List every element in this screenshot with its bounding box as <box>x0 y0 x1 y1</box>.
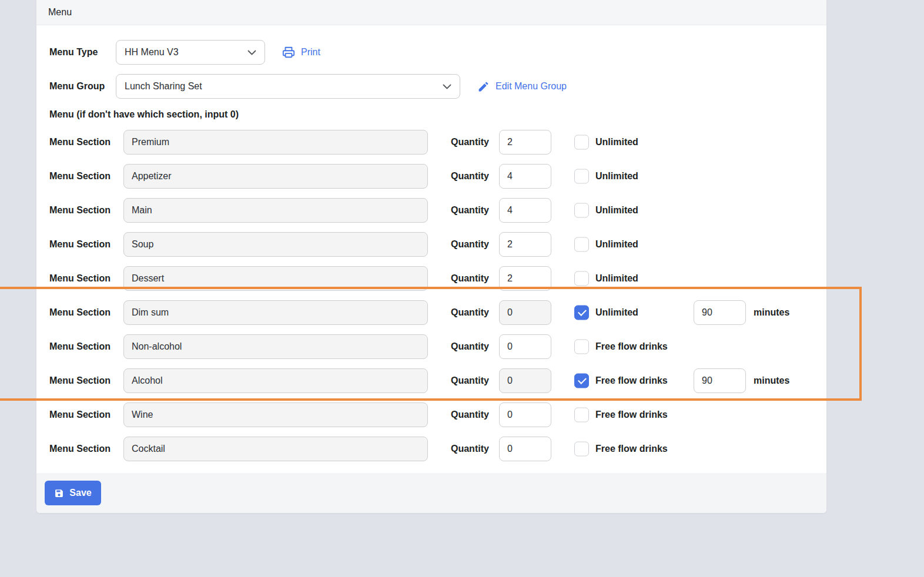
panel-body: Menu Type HH Menu V3 Print Menu Group Lu… <box>36 25 826 466</box>
edit-menu-group-button[interactable]: Edit Menu Group <box>477 74 567 99</box>
menu-section-label: Menu Section <box>49 239 111 250</box>
save-label: Save <box>69 488 91 498</box>
quantity-label: Quantity <box>451 375 489 386</box>
checkbox-label: Free flow drinks <box>595 410 668 420</box>
quantity-input[interactable] <box>499 437 551 461</box>
save-icon <box>54 488 64 498</box>
unlimited-checkbox[interactable] <box>574 169 589 184</box>
menu-section-label: Menu Section <box>49 375 111 386</box>
unlimited-checkbox[interactable] <box>574 237 589 252</box>
menu-section-label: Menu Section <box>49 410 111 420</box>
quantity-input[interactable] <box>499 300 551 325</box>
quantity-input[interactable] <box>499 266 551 291</box>
menu-group-select[interactable]: Lunch Sharing Set <box>116 74 460 99</box>
quantity-label: Quantity <box>451 239 489 250</box>
quantity-label: Quantity <box>451 307 489 318</box>
menu-type-select[interactable]: HH Menu V3 <box>116 40 265 65</box>
menu-type-row: Menu Type HH Menu V3 Print <box>36 40 826 65</box>
free-flow-drinks-checkbox[interactable] <box>574 408 589 422</box>
menu-section-input[interactable] <box>123 130 428 155</box>
menu-section-row: Menu Section Quantity Unlimited <box>36 261 826 296</box>
checkbox-label: Unlimited <box>595 239 638 250</box>
menu-section-label: Menu Section <box>49 444 111 454</box>
unlimited-checkbox[interactable] <box>574 135 589 150</box>
quantity-input[interactable] <box>499 130 551 155</box>
page-title: Menu <box>48 7 72 18</box>
checkbox-label: Free flow drinks <box>595 341 668 352</box>
menu-type-label: Menu Type <box>49 47 98 58</box>
minutes-label: minutes <box>754 375 789 386</box>
print-label: Print <box>301 47 320 58</box>
quantity-label: Quantity <box>451 410 489 420</box>
menu-section-row: Menu Section Quantity Free flow drinks m… <box>36 364 826 398</box>
menu-section-input[interactable] <box>123 198 428 223</box>
menu-section-input[interactable] <box>123 300 428 325</box>
menu-section-row: Menu Section Quantity Unlimited <box>36 125 826 159</box>
minutes-input[interactable] <box>694 368 746 393</box>
menu-section-input[interactable] <box>123 402 428 427</box>
menu-section-row: Menu Section Quantity Unlimited <box>36 159 826 193</box>
menu-section-label: Menu Section <box>49 205 111 216</box>
menu-section-input[interactable] <box>123 334 428 359</box>
minutes-label: minutes <box>754 307 789 318</box>
menu-section-label: Menu Section <box>49 273 111 284</box>
menu-type-value: HH Menu V3 <box>125 47 179 58</box>
chevron-down-icon <box>247 50 256 55</box>
minutes-input[interactable] <box>694 300 746 325</box>
menu-section-input[interactable] <box>123 368 428 393</box>
quantity-label: Quantity <box>451 205 489 216</box>
quantity-label: Quantity <box>451 273 489 284</box>
quantity-label: Quantity <box>451 341 489 352</box>
checkbox-label: Unlimited <box>595 273 638 284</box>
panel-header: Menu <box>36 0 826 25</box>
menu-section-row: Menu Section Quantity Free flow drinks <box>36 330 826 364</box>
menu-section-input[interactable] <box>123 232 428 257</box>
menu-section-label: Menu Section <box>49 341 111 352</box>
quantity-input[interactable] <box>499 402 551 427</box>
quantity-input[interactable] <box>499 198 551 223</box>
save-button[interactable]: Save <box>45 481 101 505</box>
menu-sections-list: Menu Section Quantity Unlimited Menu Sec… <box>36 125 826 466</box>
quantity-label: Quantity <box>451 444 489 454</box>
panel-footer: Save <box>36 473 826 513</box>
menu-section-row: Menu Section Quantity Free flow drinks <box>36 432 826 466</box>
chevron-down-icon <box>443 84 451 89</box>
menu-sections-heading: Menu (if don't have which section, input… <box>49 109 826 120</box>
menu-section-label: Menu Section <box>49 137 111 147</box>
printer-icon <box>282 46 295 59</box>
unlimited-checkbox[interactable] <box>574 203 589 218</box>
quantity-label: Quantity <box>451 137 489 147</box>
menu-section-label: Menu Section <box>49 307 111 318</box>
checkbox-label: Free flow drinks <box>595 375 668 386</box>
unlimited-checkbox[interactable] <box>574 306 589 320</box>
checkbox-label: Unlimited <box>595 205 638 216</box>
checkbox-label: Unlimited <box>595 307 638 318</box>
edit-menu-group-label: Edit Menu Group <box>496 81 567 92</box>
quantity-input[interactable] <box>499 334 551 359</box>
unlimited-checkbox[interactable] <box>574 271 589 286</box>
free-flow-drinks-checkbox[interactable] <box>574 374 589 388</box>
print-button[interactable]: Print <box>282 40 320 65</box>
menu-group-label: Menu Group <box>49 81 105 92</box>
menu-group-value: Lunch Sharing Set <box>125 81 202 92</box>
menu-section-row: Menu Section Quantity Unlimited <box>36 193 826 227</box>
menu-panel: Menu Menu Type HH Menu V3 Print Menu Gro… <box>36 0 826 513</box>
menu-section-input[interactable] <box>123 437 428 461</box>
menu-section-row: Menu Section Quantity Unlimited <box>36 227 826 261</box>
quantity-input[interactable] <box>499 368 551 393</box>
menu-group-row: Menu Group Lunch Sharing Set Edit Menu G… <box>36 74 826 99</box>
checkbox-label: Free flow drinks <box>595 444 668 454</box>
quantity-input[interactable] <box>499 164 551 189</box>
free-flow-drinks-checkbox[interactable] <box>574 442 589 457</box>
quantity-input[interactable] <box>499 232 551 257</box>
menu-section-row: Menu Section Quantity Unlimited minutes <box>36 296 826 330</box>
pencil-icon <box>477 80 490 93</box>
menu-section-input[interactable] <box>123 266 428 291</box>
menu-section-input[interactable] <box>123 164 428 189</box>
checkbox-label: Unlimited <box>595 171 638 182</box>
checkbox-label: Unlimited <box>595 137 638 147</box>
menu-section-row: Menu Section Quantity Free flow drinks <box>36 398 826 432</box>
quantity-label: Quantity <box>451 171 489 182</box>
free-flow-drinks-checkbox[interactable] <box>574 340 589 354</box>
menu-section-label: Menu Section <box>49 171 111 182</box>
